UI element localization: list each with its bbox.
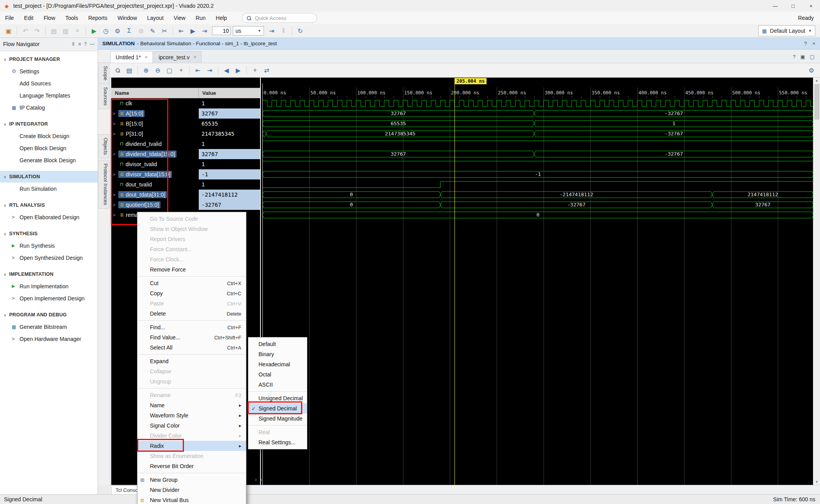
hide-button[interactable]: — bbox=[90, 41, 94, 47]
report-button[interactable]: Σ bbox=[124, 25, 135, 36]
signal-value-quotient-15-0[interactable]: -32767 bbox=[199, 200, 260, 210]
wave-a-15-0[interactable]: 32767-32767 bbox=[261, 108, 813, 119]
menu-reports[interactable]: Reports bbox=[83, 12, 112, 24]
flownav-item-open-block-design[interactable]: Open Block Design bbox=[0, 142, 98, 154]
flownav-item-create-block-design[interactable]: Create Block Design bbox=[0, 130, 98, 142]
context-menu-new-group[interactable]: ⊞New Group bbox=[137, 475, 246, 485]
find-button[interactable] bbox=[112, 65, 123, 76]
go-to-time-end-button[interactable]: ⇥ bbox=[204, 65, 215, 76]
radix-option-unsigned-decimal[interactable]: Unsigned Decimal bbox=[248, 393, 307, 403]
wave-quotient-15-0[interactable]: 0-3276732767 bbox=[261, 200, 813, 210]
radix-option-binary[interactable]: Binary bbox=[248, 349, 307, 359]
flownav-item-settings[interactable]: ⚙Settings bbox=[0, 65, 98, 77]
help-icon[interactable]: ? bbox=[804, 41, 807, 46]
context-menu-find[interactable]: Find...Ctrl+F bbox=[137, 322, 246, 332]
wave-dout-tdata-31-0[interactable]: 0-21474181122147418112 bbox=[261, 190, 813, 200]
context-menu-new-divider[interactable]: New Divider bbox=[137, 485, 246, 495]
swap-cursor-button[interactable]: ⇄ bbox=[261, 65, 272, 76]
flownav-item-open-elaborated-design[interactable]: >Open Elaborated Design bbox=[0, 211, 98, 223]
context-menu-expand[interactable]: Expand bbox=[137, 356, 246, 366]
wave-rema[interactable]: 0 bbox=[261, 210, 813, 220]
toggle-tree-button[interactable]: ⇕ bbox=[71, 41, 75, 47]
signal-name-dout-tdata-31-0[interactable]: >≣dout_tdata[31:0] bbox=[111, 190, 199, 200]
tab-untitled-1[interactable]: Untitled 1*× bbox=[111, 51, 153, 63]
flownav-item-open-synthesized-design[interactable]: >Open Synthesized Design bbox=[0, 252, 98, 264]
signal-name-a-15-0[interactable]: >≣A[15:0] bbox=[111, 108, 199, 119]
flownav-item-ip-catalog[interactable]: ▦IP Catalog bbox=[0, 101, 98, 114]
timeline-ruler[interactable]: 0.000 ns50.000 ns100.000 ns150.000 ns200… bbox=[261, 77, 813, 98]
wave-plot-area[interactable]: 0.000 ns50.000 ns100.000 ns150.000 ns200… bbox=[261, 77, 813, 485]
menu-help[interactable]: Help bbox=[211, 12, 232, 24]
context-menu-find-value[interactable]: Find Value...Ctrl+Shift+F bbox=[137, 332, 246, 343]
run-button[interactable]: ▶ bbox=[89, 25, 100, 36]
menu-run[interactable]: Run bbox=[191, 12, 211, 24]
context-menu-reverse-bit-order[interactable]: Reverse Bit Order bbox=[137, 461, 246, 471]
signal-value-p-31-0[interactable]: 2147385345 bbox=[199, 129, 260, 139]
radix-option-real-settings[interactable]: Real Settings... bbox=[248, 437, 307, 447]
signal-name-dividend-tdata-15-0[interactable]: >≣dividend_tdata[15:0] bbox=[111, 149, 199, 159]
signal-value-dividend-tvalid[interactable]: 1 bbox=[199, 139, 260, 149]
help-button[interactable]: ? bbox=[84, 41, 87, 47]
menu-view[interactable]: View bbox=[169, 12, 191, 24]
wave-b-15-0[interactable]: 655351 bbox=[261, 119, 813, 129]
go-to-time-0-button[interactable]: ⇤ bbox=[193, 65, 203, 76]
tab-ipcore-test-v[interactable]: ipcore_test.v× bbox=[153, 51, 201, 63]
radix-option-ascii[interactable]: ASCII bbox=[248, 380, 307, 390]
context-menu-remove-force[interactable]: Remove Force bbox=[137, 264, 246, 275]
context-menu-name[interactable]: Name▸ bbox=[137, 400, 246, 410]
signal-value-a-15-0[interactable]: 32767 bbox=[199, 108, 260, 119]
run-for-time-button[interactable]: ⇥ bbox=[266, 25, 277, 36]
radix-option-default[interactable]: Default bbox=[248, 339, 307, 349]
sim-run-time-input[interactable] bbox=[212, 27, 231, 35]
side-tab-protocol-instances[interactable]: Protocol Instances bbox=[98, 160, 109, 209]
side-tab-sources[interactable]: Sources bbox=[98, 83, 109, 109]
menu-flow[interactable]: Flow bbox=[39, 12, 61, 24]
wave-dout-tvalid[interactable] bbox=[261, 179, 813, 190]
minimize-button[interactable]: — bbox=[766, 0, 784, 12]
radix-option-signed-magnitude[interactable]: Signed Magnitude bbox=[248, 413, 307, 424]
time-profile-button[interactable]: ◷ bbox=[100, 25, 111, 36]
trim-button[interactable]: ✂ bbox=[159, 25, 170, 36]
signal-value-b-15-0[interactable]: 65535 bbox=[199, 119, 260, 129]
signal-value-clk[interactable]: 1 bbox=[199, 98, 260, 108]
vertical-scrollbar[interactable]: ▲ ▼ bbox=[813, 77, 820, 485]
scroll-left-icon[interactable]: ‹ bbox=[260, 476, 262, 483]
flownav-item-generate-block-design[interactable]: Generate Block Design bbox=[0, 154, 98, 166]
maximize-button[interactable]: □ bbox=[784, 0, 802, 12]
menu-window[interactable]: Window bbox=[112, 12, 142, 24]
float-button[interactable]: ▣ bbox=[800, 54, 805, 60]
value-column-header[interactable]: Value bbox=[199, 88, 260, 98]
zoom-to-cursor-button[interactable]: + bbox=[176, 65, 187, 76]
context-menu-waveform-style[interactable]: Waveform Style▸ bbox=[137, 410, 246, 421]
help-button[interactable]: ? bbox=[793, 54, 795, 60]
maximize-button[interactable]: ▢ bbox=[810, 54, 815, 60]
context-menu-new-virtual-bus[interactable]: ≣New Virtual Bus bbox=[137, 495, 246, 504]
layout-selector[interactable]: ▦ Default Layout ▼ bbox=[758, 25, 815, 36]
signal-value-divisor-tvalid[interactable]: 1 bbox=[199, 159, 260, 169]
radix-option-hexadecimal[interactable]: Hexadecimal bbox=[248, 359, 307, 369]
cursor-line[interactable] bbox=[455, 84, 455, 485]
menu-tools[interactable]: Tools bbox=[60, 12, 83, 24]
cursor-time-flag[interactable]: 205.004 ns bbox=[455, 78, 487, 84]
scroll-up-icon[interactable]: ▲ bbox=[815, 77, 818, 83]
radix-option-octal[interactable]: Octal bbox=[248, 369, 307, 380]
menu-edit[interactable]: Edit bbox=[19, 12, 39, 24]
zoom-out-button[interactable]: ⊖ bbox=[152, 65, 163, 76]
signal-value-dout-tdata-31-0[interactable]: -2147418112 bbox=[199, 190, 260, 200]
add-marker-button[interactable]: + bbox=[250, 65, 260, 76]
edit-waveform-button[interactable]: ✎ bbox=[147, 25, 158, 36]
signal-name-divisor-tvalid[interactable]: ⊓divisor_tvalid bbox=[111, 159, 199, 169]
flownav-section-rtl-analysis[interactable]: ∨RTL ANALYSIS bbox=[0, 199, 98, 211]
flownav-section-project-manager[interactable]: ∨PROJECT MANAGER bbox=[0, 53, 98, 65]
wave-divisor-tvalid[interactable] bbox=[261, 159, 813, 169]
flownav-item-run-synthesis[interactable]: ▶Run Synthesis bbox=[0, 240, 98, 252]
restart-button[interactable]: ⇤ bbox=[176, 25, 187, 36]
menu-file[interactable]: File bbox=[0, 12, 19, 24]
dock-button[interactable]: ≡ bbox=[78, 41, 81, 47]
flownav-section-program-and-debug[interactable]: ∨PROGRAM AND DEBUG bbox=[0, 309, 98, 321]
tab-close-icon[interactable]: × bbox=[194, 54, 197, 60]
wave-dividend-tdata-15-0[interactable]: 32767-32767 bbox=[261, 149, 813, 159]
scroll-right-icon[interactable]: › bbox=[255, 476, 257, 483]
flownav-item-open-implemented-design[interactable]: >Open Implemented Design bbox=[0, 292, 98, 304]
tab-close-icon[interactable]: × bbox=[145, 54, 148, 60]
